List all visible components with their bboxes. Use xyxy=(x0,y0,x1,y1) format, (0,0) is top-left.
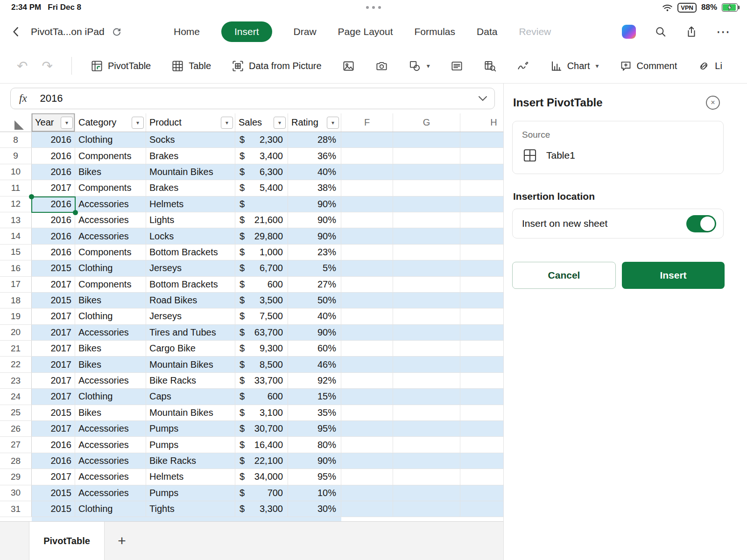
row-number[interactable]: 28 xyxy=(0,453,32,469)
cell-rating[interactable]: 60% xyxy=(288,341,341,356)
cell-category[interactable]: Clothing xyxy=(75,308,146,324)
cell-f[interactable] xyxy=(341,469,393,484)
row-number[interactable]: 31 xyxy=(0,501,32,517)
cell-rating[interactable]: 90% xyxy=(288,325,341,340)
pivottable-button[interactable]: PivotTable xyxy=(91,60,151,72)
cell-year[interactable]: 2016 xyxy=(32,132,75,147)
cell-category[interactable]: Clothing xyxy=(75,260,146,276)
cell-category[interactable]: Accessories xyxy=(75,325,146,340)
cell-category[interactable]: Components xyxy=(75,245,146,260)
cell-g[interactable] xyxy=(393,180,460,196)
cell-category[interactable]: Bikes xyxy=(75,357,146,372)
cell-year[interactable]: 2017 xyxy=(32,325,75,340)
cell-sales[interactable]: $ xyxy=(235,196,288,212)
cell-sales[interactable]: $2,300 xyxy=(235,132,288,147)
cell-g[interactable] xyxy=(393,389,460,404)
cell-f[interactable] xyxy=(341,389,393,404)
cell-product[interactable]: Jerseys xyxy=(146,260,235,276)
cell-sales[interactable]: $8,500 xyxy=(235,357,288,372)
column-header-year[interactable]: Year ▾ xyxy=(32,113,75,132)
cell-rating[interactable]: 5% xyxy=(288,260,341,276)
cell-h[interactable] xyxy=(460,132,503,147)
cell-h[interactable] xyxy=(460,469,503,484)
cell-rating[interactable]: 28% xyxy=(288,132,341,147)
cell-sales[interactable]: $600 xyxy=(235,389,288,404)
cell-category[interactable]: Clothing xyxy=(75,132,146,147)
cell-year[interactable]: 2016 xyxy=(32,164,75,180)
cell-g[interactable] xyxy=(393,228,460,244)
cell-year[interactable]: 2017 xyxy=(32,389,75,404)
filter-button-year[interactable]: ▾ xyxy=(61,117,73,129)
cell-year[interactable]: 2016 xyxy=(32,453,75,469)
cell-rating[interactable]: 35% xyxy=(288,405,341,420)
cell-product[interactable]: Caps xyxy=(146,389,235,404)
cell-product[interactable]: Mountain Bikes xyxy=(146,405,235,420)
cell-rating[interactable]: 90% xyxy=(288,228,341,244)
cell-g[interactable] xyxy=(393,196,460,212)
cell-sales[interactable]: $9,300 xyxy=(235,341,288,356)
cell-h[interactable] xyxy=(460,389,503,404)
cell-g[interactable] xyxy=(393,421,460,436)
cell-h[interactable] xyxy=(460,260,503,276)
cell-f[interactable] xyxy=(341,148,393,163)
column-header-g[interactable]: G xyxy=(393,113,460,132)
cell-year[interactable]: 2015 xyxy=(32,260,75,276)
cell-category[interactable]: Components xyxy=(75,148,146,163)
cell-f[interactable] xyxy=(341,501,393,517)
row-number[interactable]: 9 xyxy=(0,148,32,163)
column-header-category[interactable]: Category ▾ xyxy=(75,113,146,132)
cell-f[interactable] xyxy=(341,245,393,260)
cell-product[interactable]: Helmets xyxy=(146,196,235,212)
cell-year[interactable]: 2016 xyxy=(32,437,75,452)
cell-year[interactable]: 2016 xyxy=(32,196,75,212)
cell-product[interactable]: Pumps xyxy=(146,437,235,452)
cell-g[interactable] xyxy=(393,341,460,356)
cell-sales[interactable]: $33,700 xyxy=(235,373,288,388)
cell-rating[interactable]: 27% xyxy=(288,277,341,292)
cell-product[interactable]: Bottom Brackets xyxy=(146,245,235,260)
cell-sales[interactable]: $63,700 xyxy=(235,325,288,340)
row-number[interactable]: 11 xyxy=(0,180,32,196)
cell-g[interactable] xyxy=(393,277,460,292)
cell-g[interactable] xyxy=(393,453,460,469)
cell-g[interactable] xyxy=(393,245,460,260)
cell-category[interactable]: Accessories xyxy=(75,228,146,244)
cell-category[interactable]: Accessories xyxy=(75,421,146,436)
formula-bar-expand-chevron[interactable] xyxy=(478,95,488,102)
cell-h[interactable] xyxy=(460,325,503,340)
column-header-h[interactable]: H xyxy=(460,113,503,132)
column-header-sales[interactable]: Sales ▾ xyxy=(235,113,288,132)
cell-rating[interactable]: 46% xyxy=(288,357,341,372)
cell-category[interactable]: Accessories xyxy=(75,485,146,501)
cell-rating[interactable]: 40% xyxy=(288,308,341,324)
cell-product[interactable]: Jerseys xyxy=(146,308,235,324)
cell-product[interactable]: Socks xyxy=(146,132,235,147)
cell-f[interactable] xyxy=(341,453,393,469)
filter-button-category[interactable]: ▾ xyxy=(132,117,144,129)
comment-button[interactable]: Comment xyxy=(620,60,677,72)
cell-rating[interactable]: 90% xyxy=(288,212,341,228)
cell-product[interactable]: Bike Racks xyxy=(146,453,235,469)
row-number[interactable]: 17 xyxy=(0,277,32,292)
cell-year[interactable]: 2017 xyxy=(32,421,75,436)
cell-product[interactable]: Tires and Tubes xyxy=(146,325,235,340)
row-number[interactable]: 12 xyxy=(0,196,32,212)
cell-year[interactable]: 2017 xyxy=(32,357,75,372)
cell-sales[interactable]: $6,700 xyxy=(235,260,288,276)
cell-product[interactable]: Lights xyxy=(146,212,235,228)
cell-rating[interactable]: 36% xyxy=(288,148,341,163)
cell-h[interactable] xyxy=(460,308,503,324)
camera-button[interactable] xyxy=(375,60,388,72)
add-sheet-button[interactable]: + xyxy=(111,522,133,560)
filter-button-sales[interactable]: ▾ xyxy=(274,117,286,129)
cell-product[interactable]: Pumps xyxy=(146,485,235,501)
cell-category[interactable]: Components xyxy=(75,277,146,292)
cell-sales[interactable]: $6,300 xyxy=(235,164,288,180)
cell-year[interactable]: 2016 xyxy=(32,245,75,260)
cell-category[interactable]: Accessories xyxy=(75,196,146,212)
cell-g[interactable] xyxy=(393,293,460,308)
cancel-button[interactable]: Cancel xyxy=(512,262,616,289)
text-box-button[interactable] xyxy=(451,60,463,72)
autosave-sync-icon[interactable] xyxy=(111,26,122,37)
row-number[interactable]: 16 xyxy=(0,260,32,276)
